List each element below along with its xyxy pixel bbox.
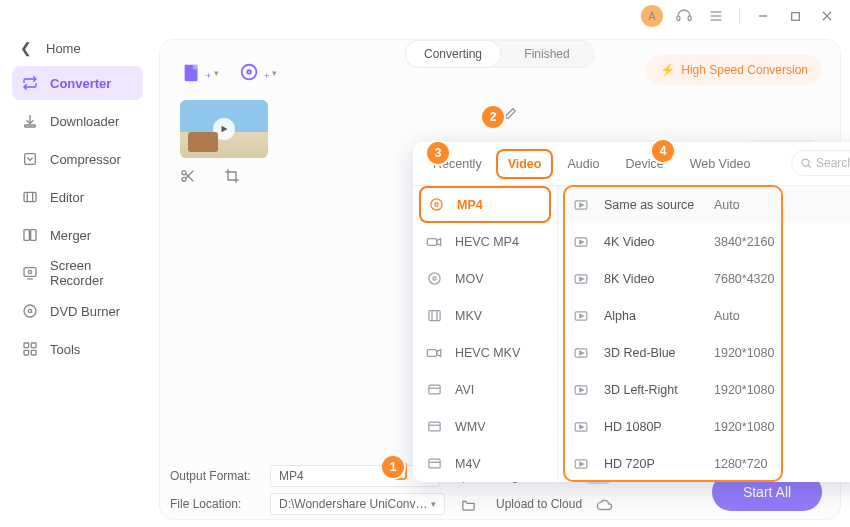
high-speed-label: High Speed Conversion: [681, 63, 808, 77]
svg-marker-68: [580, 462, 584, 466]
chevron-down-icon: ▾: [431, 499, 436, 509]
preset-row[interactable]: HD 1080P1920*1080: [558, 408, 850, 445]
format-label: MOV: [455, 272, 483, 286]
preset-row[interactable]: 8K Video7680*4320: [558, 260, 850, 297]
search-placeholder: Search: [816, 156, 850, 170]
segment-converting[interactable]: Converting: [406, 41, 500, 67]
clip-thumbnail[interactable]: [180, 100, 268, 158]
preset-res: 1920*1080: [714, 346, 804, 360]
preset-res: 1280*720: [714, 457, 804, 471]
merger-icon: [22, 227, 38, 243]
preset-name: Same as source: [604, 198, 714, 212]
video-icon: [574, 421, 592, 433]
preset-name: 3D Left-Right: [604, 383, 714, 397]
preset-row[interactable]: 3D Red-Blue1920*1080: [558, 334, 850, 371]
format-wmv[interactable]: WMV: [413, 408, 557, 445]
format-hevc-mkv[interactable]: HEVC MKV: [413, 334, 557, 371]
sidebar-item-editor[interactable]: Editor: [12, 180, 143, 214]
svg-rect-10: [25, 154, 36, 165]
titlebar-divider: [739, 8, 740, 24]
svg-rect-51: [428, 459, 439, 468]
svg-marker-56: [580, 240, 584, 244]
preset-res: Auto: [714, 309, 804, 323]
add-file-button[interactable]: ₊▾: [181, 62, 219, 84]
svg-marker-62: [580, 351, 584, 355]
crop-icon[interactable]: [224, 168, 240, 184]
svg-rect-47: [428, 385, 439, 394]
preset-row[interactable]: AlphaAuto: [558, 297, 850, 334]
format-search[interactable]: Search: [791, 150, 850, 176]
high-speed-button[interactable]: ⚡ High Speed Conversion: [646, 55, 822, 85]
menu-icon[interactable]: [705, 5, 727, 27]
video-icon: [574, 384, 592, 396]
svg-point-26: [242, 65, 257, 80]
sidebar-item-label: DVD Burner: [50, 304, 120, 319]
svg-marker-54: [580, 203, 584, 207]
window-maximize-button[interactable]: [784, 5, 806, 27]
folder-open-icon[interactable]: [461, 497, 476, 512]
film-icon: [425, 381, 443, 399]
tab-audio[interactable]: Audio: [557, 151, 609, 177]
sidebar-item-screen-recorder[interactable]: Screen Recorder: [12, 256, 143, 290]
tab-webvideo[interactable]: Web Video: [680, 151, 761, 177]
support-icon[interactable]: [673, 5, 695, 27]
dvd-icon: [22, 303, 38, 319]
add-dvd-button[interactable]: ₊▾: [239, 62, 277, 84]
svg-rect-1: [688, 16, 691, 21]
preset-name: 3D Red-Blue: [604, 346, 714, 360]
preset-name: 4K Video: [604, 235, 714, 249]
home-nav[interactable]: ❮ Home: [0, 34, 155, 66]
sidebar-item-label: Screen Recorder: [50, 258, 133, 288]
disc-icon: [425, 270, 443, 288]
sidebar-item-compressor[interactable]: Compressor: [12, 142, 143, 176]
sidebar-item-tools[interactable]: Tools: [12, 332, 143, 366]
file-location-select[interactable]: D:\Wondershare UniConverter 1 ▾: [270, 493, 445, 515]
svg-line-35: [808, 165, 811, 168]
format-m4v[interactable]: M4V: [413, 445, 557, 482]
user-avatar[interactable]: A: [641, 5, 663, 27]
sidebar: ❮ Home Converter Downloader Compressor E…: [0, 32, 155, 527]
download-icon: [22, 113, 38, 129]
preset-row[interactable]: 3D Left-Right1920*1080: [558, 371, 850, 408]
chevron-left-icon: ❮: [20, 40, 32, 56]
sidebar-item-dvd-burner[interactable]: DVD Burner: [12, 294, 143, 328]
format-mkv[interactable]: MKV: [413, 297, 557, 334]
format-hevc-mp4[interactable]: HEVC MP4: [413, 223, 557, 260]
sidebar-item-downloader[interactable]: Downloader: [12, 104, 143, 138]
sidebar-item-label: Merger: [50, 228, 91, 243]
svg-rect-16: [24, 268, 36, 277]
format-label: M4V: [455, 457, 481, 471]
sidebar-item-merger[interactable]: Merger: [12, 218, 143, 252]
format-avi[interactable]: AVI: [413, 371, 557, 408]
segment-finished[interactable]: Finished: [500, 41, 594, 67]
svg-point-41: [432, 277, 435, 280]
sidebar-item-label: Compressor: [50, 152, 121, 167]
video-icon: [574, 199, 592, 211]
svg-marker-60: [580, 314, 584, 318]
compressor-icon: [22, 151, 38, 167]
format-mp4[interactable]: MP4: [419, 186, 551, 223]
tab-video[interactable]: Video: [498, 151, 552, 177]
svg-marker-46: [437, 349, 441, 356]
preset-row[interactable]: 4K Video3840*2160: [558, 223, 850, 260]
callout-2: 2: [482, 106, 504, 128]
converter-icon: [22, 75, 38, 91]
window-minimize-button[interactable]: [752, 5, 774, 27]
window-close-button[interactable]: [816, 5, 838, 27]
sidebar-item-converter[interactable]: Converter: [12, 66, 143, 100]
preset-res: Auto: [714, 198, 804, 212]
file-location-value: D:\Wondershare UniConverter 1: [279, 497, 431, 511]
svg-point-20: [28, 309, 31, 312]
preset-row[interactable]: HD 720P1280*720: [558, 445, 850, 482]
preset-row[interactable]: Same as sourceAuto: [558, 186, 850, 223]
svg-marker-58: [580, 277, 584, 281]
scissors-icon[interactable]: [180, 168, 196, 184]
svg-rect-6: [791, 12, 799, 20]
rename-icon[interactable]: [503, 107, 517, 121]
sidebar-item-label: Tools: [50, 342, 80, 357]
screenrec-icon: [22, 265, 38, 281]
format-mov[interactable]: MOV: [413, 260, 557, 297]
cloud-icon[interactable]: [596, 498, 613, 511]
format-popup: Recently Video Audio Device Web Video Se…: [413, 142, 850, 482]
svg-point-34: [802, 159, 809, 166]
